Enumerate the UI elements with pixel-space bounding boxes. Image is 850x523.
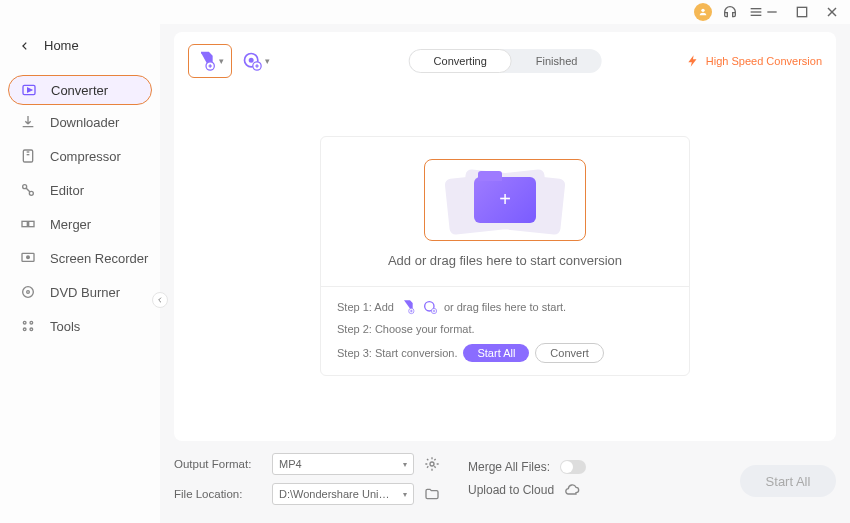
nav-label: Tools	[50, 319, 80, 334]
toolbar: ▾ ▾ Converting Finished High Speed Conve…	[188, 42, 822, 80]
sidebar-item-merger[interactable]: Merger	[0, 207, 160, 241]
start-all-button[interactable]: Start All	[740, 465, 836, 497]
svg-point-20	[23, 287, 34, 298]
merge-toggle[interactable]	[560, 460, 586, 474]
svg-point-25	[30, 328, 33, 331]
high-speed-label: High Speed Conversion	[706, 55, 822, 67]
cloud-icon[interactable]	[564, 482, 580, 498]
close-icon[interactable]	[824, 4, 840, 20]
svg-rect-16	[22, 221, 27, 226]
output-format-label: Output Format:	[174, 458, 262, 470]
chevron-down-icon: ▾	[265, 56, 270, 66]
svg-point-41	[430, 462, 434, 466]
file-location-select[interactable]: D:\Wondershare UniConverter 1 ▾	[272, 483, 414, 505]
svg-point-22	[23, 321, 26, 324]
svg-point-23	[30, 321, 33, 324]
nav-label: Screen Recorder	[50, 251, 148, 266]
chevron-down-icon: ▾	[403, 460, 407, 469]
step-1: Step 1: Add or drag files here to start.	[337, 299, 673, 315]
tab-finished[interactable]: Finished	[512, 49, 602, 73]
minimize-icon[interactable]	[764, 4, 780, 20]
open-folder-icon[interactable]	[424, 486, 440, 502]
svg-marker-9	[28, 88, 32, 92]
dropzone-text: Add or drag files here to start conversi…	[388, 253, 622, 268]
nav-label: Compressor	[50, 149, 121, 164]
home-back[interactable]: Home	[0, 32, 160, 59]
headset-icon[interactable]	[722, 4, 738, 20]
sidebar-item-screen-recorder[interactable]: Screen Recorder	[0, 241, 160, 275]
user-avatar[interactable]	[694, 3, 712, 21]
upload-label: Upload to Cloud	[468, 483, 554, 497]
sidebar-item-tools[interactable]: Tools	[0, 309, 160, 343]
chevron-down-icon: ▾	[219, 56, 224, 66]
add-dvd-button[interactable]: ▾	[242, 51, 270, 71]
file-location-label: File Location:	[174, 488, 262, 500]
hamburger-icon[interactable]	[748, 4, 764, 20]
nav-label: Editor	[50, 183, 84, 198]
dropzone: + Add or drag files here to start conver…	[320, 136, 690, 376]
merge-label: Merge All Files:	[468, 460, 550, 474]
sidebar-item-downloader[interactable]: Downloader	[0, 105, 160, 139]
bottom-bar: Output Format: MP4 ▾ File Location: D:\W…	[174, 441, 836, 523]
maximize-icon[interactable]	[794, 4, 810, 20]
sidebar-item-dvd-burner[interactable]: DVD Burner	[0, 275, 160, 309]
sidebar: Home Converter Downloader Compressor Edi…	[0, 24, 160, 523]
sidebar-item-compressor[interactable]: Compressor	[0, 139, 160, 173]
output-format-select[interactable]: MP4 ▾	[272, 453, 414, 475]
titlebar	[0, 0, 850, 24]
add-dvd-icon	[422, 299, 438, 315]
svg-point-30	[250, 59, 253, 62]
add-file-icon	[400, 299, 416, 315]
svg-point-19	[27, 256, 30, 259]
sidebar-item-converter[interactable]: Converter	[8, 75, 152, 105]
svg-point-0	[701, 9, 704, 12]
tabs: Converting Finished	[409, 49, 602, 73]
folder-icon: +	[474, 177, 536, 223]
nav-label: Downloader	[50, 115, 119, 130]
home-label: Home	[44, 38, 79, 53]
step-2: Step 2: Choose your format.	[337, 323, 673, 335]
convert-inline-button[interactable]: Convert	[535, 343, 604, 363]
svg-rect-5	[797, 7, 806, 16]
chevron-down-icon: ▾	[403, 490, 407, 499]
add-folder-button[interactable]: +	[424, 159, 586, 241]
settings-icon[interactable]	[424, 456, 440, 472]
sidebar-item-editor[interactable]: Editor	[0, 173, 160, 207]
collapse-sidebar-icon[interactable]	[152, 292, 168, 308]
nav-label: Merger	[50, 217, 91, 232]
svg-rect-17	[29, 221, 34, 226]
svg-point-21	[27, 291, 30, 294]
tab-converting[interactable]: Converting	[409, 49, 512, 73]
step-3: Step 3: Start conversion. Start All Conv…	[337, 343, 673, 363]
high-speed-toggle[interactable]: High Speed Conversion	[686, 54, 822, 68]
start-all-inline-button[interactable]: Start All	[463, 344, 529, 362]
svg-point-24	[23, 328, 26, 331]
svg-line-15	[26, 188, 30, 192]
main-panel: ▾ ▾ Converting Finished High Speed Conve…	[160, 24, 850, 523]
nav-label: Converter	[51, 83, 108, 98]
add-file-button[interactable]: ▾	[188, 44, 232, 78]
nav-label: DVD Burner	[50, 285, 120, 300]
